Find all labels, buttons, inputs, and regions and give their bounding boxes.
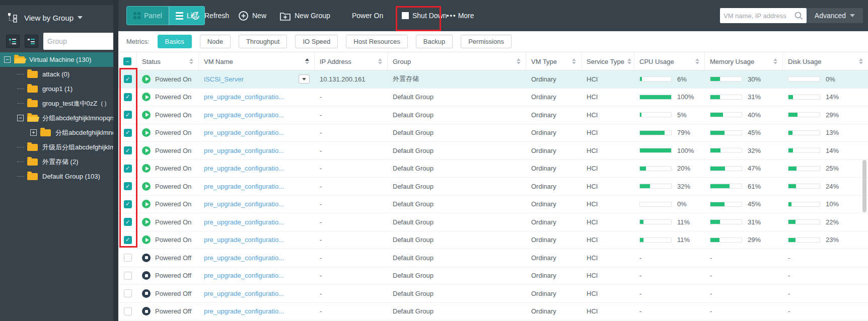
vm-name-link[interactable]: pre_upgrade_configuratio... <box>204 272 284 279</box>
vm-name-link[interactable]: pre_upgrade_configuratio... <box>204 129 284 136</box>
sidebar-scrollbar-track[interactable] <box>113 0 118 321</box>
vm-name-link[interactable]: pre_upgrade_configuratio... <box>204 147 284 154</box>
tree-item[interactable]: −Virtual Machine (130) <box>0 52 113 67</box>
sort-arrows-icon[interactable] <box>514 58 521 64</box>
sort-arrows-icon[interactable] <box>770 58 777 64</box>
vm-name-link[interactable]: pre_upgrade_configuratio... <box>204 183 284 190</box>
column-header-memory-usage[interactable]: Memory Usage <box>705 52 783 70</box>
row-checkbox[interactable]: ✓ <box>124 200 132 208</box>
row-checkbox[interactable] <box>124 272 132 280</box>
shut-down-button[interactable]: Shut Down <box>402 0 447 31</box>
expand-toggle-icon[interactable]: + <box>30 129 37 136</box>
vm-name-link[interactable]: pre_upgrade_configuratio... <box>204 236 284 244</box>
table-row[interactable]: ✓Powered Onpre_upgrade_configuratio...-D… <box>118 213 868 231</box>
tree-item[interactable]: Default Group (103) <box>0 169 113 184</box>
table-row[interactable]: ✓Powered Onpre_upgrade_configuratio...-D… <box>118 142 868 160</box>
panel-view-button[interactable]: Panel <box>127 7 169 25</box>
table-row[interactable]: ✓Powered Onpre_upgrade_configuratio...-D… <box>118 178 868 196</box>
table-row[interactable]: ✓Powered Onpre_upgrade_configuratio...-D… <box>118 89 868 107</box>
row-checkbox[interactable]: ✓ <box>124 75 132 83</box>
metrics-tab-host-resources[interactable]: Host Resources <box>346 35 407 48</box>
tree-item[interactable]: group_test進中0zZ（）【】... <box>0 96 113 111</box>
table-row[interactable]: ✓Powered Onpre_upgrade_configuratio...-D… <box>118 231 868 250</box>
vm-search-input[interactable] <box>724 12 794 20</box>
tree-item[interactable]: 升级后分组abcdefghijklmnop <box>0 140 113 154</box>
table-row[interactable]: Powered Offpre_upgrade_configuratio...-D… <box>118 285 868 303</box>
metrics-tab-io-speed[interactable]: IO Speed <box>295 35 338 48</box>
row-checkbox[interactable]: ✓ <box>124 146 132 154</box>
row-checkbox[interactable]: ✓ <box>124 182 132 190</box>
new-group-button[interactable]: New Group <box>279 0 330 31</box>
row-checkbox[interactable]: ✓ <box>124 129 132 137</box>
row-checkbox[interactable]: ✓ <box>124 218 132 226</box>
sort-arrows-icon[interactable] <box>186 58 193 64</box>
row-checkbox[interactable]: ✓ <box>124 236 132 244</box>
table-row[interactable]: ✓Powered Onpre_upgrade_configuratio...-D… <box>118 160 868 178</box>
column-header-ip-address[interactable]: IP Address <box>315 52 388 70</box>
table-row[interactable]: Powered Offpre_upgrade_configuratio...-D… <box>118 249 868 267</box>
vm-name-link[interactable]: pre_upgrade_configuratio... <box>204 290 284 297</box>
table-row[interactable]: ✓Powered Onpre_upgrade_configuratio...-D… <box>118 106 868 124</box>
advanced-search-button[interactable]: Advanced <box>807 8 863 23</box>
column-header-status[interactable]: Status <box>137 52 199 70</box>
vm-name-link[interactable]: pre_upgrade_configuratio... <box>204 307 284 315</box>
sort-arrows-icon[interactable] <box>856 58 863 64</box>
table-row[interactable]: Powered Offpre_upgrade_configuratio...-D… <box>118 267 868 285</box>
vm-name-link[interactable]: pre_upgrade_configuratio... <box>204 93 284 101</box>
vm-name-link[interactable]: pre_upgrade_configuratio... <box>204 111 284 119</box>
column-header-vm-type[interactable]: VM Type <box>526 52 582 70</box>
search-icon[interactable] <box>794 11 803 20</box>
column-header-cpu-usage[interactable]: CPU Usage <box>634 52 705 70</box>
refresh-button[interactable]: Refresh <box>190 0 229 31</box>
sort-arrows-icon[interactable] <box>692 58 699 64</box>
expand-all-tree-button[interactable] <box>6 35 20 48</box>
column-header-group[interactable]: Group <box>388 52 526 70</box>
row-checkbox[interactable] <box>124 254 132 262</box>
vm-name-link[interactable]: iSCSI_Server <box>204 75 244 83</box>
sort-arrows-icon[interactable] <box>302 58 309 64</box>
table-row[interactable]: ✓Powered Onpre_upgrade_configuratio...-D… <box>118 196 868 214</box>
metrics-tab-throughput[interactable]: Throughput <box>239 35 287 48</box>
metrics-tab-backup[interactable]: Backup <box>416 35 453 48</box>
table-row[interactable]: ✓Powered Onpre_upgrade_configuratio...-D… <box>118 124 868 142</box>
tree-item[interactable]: attack (0) <box>0 67 113 82</box>
select-all-checkbox[interactable]: − <box>123 57 131 65</box>
tree-item[interactable]: −分组abcdefghijklmnopqrstuv <box>0 111 113 125</box>
column-header-vm-name[interactable]: VM Name <box>199 52 315 70</box>
table-scrollbar-thumb[interactable] <box>862 160 866 212</box>
row-checkbox[interactable]: ✓ <box>124 111 132 119</box>
vm-name-link[interactable]: pre_upgrade_configuratio... <box>204 165 284 172</box>
collapse-all-tree-button[interactable] <box>25 35 38 48</box>
sort-arrows-icon[interactable] <box>375 58 382 64</box>
usage-bar-fill <box>788 238 795 242</box>
usage-bar-track <box>639 95 672 100</box>
tree-item[interactable]: 外置存储 (2) <box>0 154 113 169</box>
metrics-tab-node[interactable]: Node <box>200 35 231 48</box>
row-checkbox[interactable] <box>124 307 132 315</box>
collapse-toggle-icon[interactable]: − <box>4 56 11 63</box>
new-vm-button[interactable]: New <box>238 0 266 31</box>
sort-arrows-icon[interactable] <box>624 58 631 64</box>
collapse-toggle-icon[interactable]: − <box>17 115 24 121</box>
tree-item[interactable]: +分组abcdefghijklmnopqr <box>0 125 113 140</box>
column-header-disk-usage[interactable]: Disk Usage <box>783 52 868 70</box>
vm-name-link[interactable]: pre_upgrade_configuratio... <box>204 254 284 262</box>
power-on-button[interactable]: Power On <box>352 0 383 31</box>
vm-actions-dropdown-button[interactable] <box>299 74 310 84</box>
vm-name-link[interactable]: pre_upgrade_configuratio... <box>204 200 284 208</box>
usage-bar-fill <box>640 95 671 99</box>
tree-item[interactable]: group1 (1) <box>0 82 113 96</box>
row-checkbox[interactable]: ✓ <box>124 165 132 173</box>
metrics-tab-permissions[interactable]: Permissions <box>461 35 512 48</box>
table-row[interactable]: ✓Powered OniSCSI_Server10.131.200.161外置存… <box>118 70 868 89</box>
group-cell: 外置存储 <box>388 70 526 88</box>
vm-name-link[interactable]: pre_upgrade_configuratio... <box>204 218 284 226</box>
more-button[interactable]: ••• More <box>447 0 474 31</box>
row-checkbox[interactable] <box>124 289 132 297</box>
table-row[interactable]: Powered Offpre_upgrade_configuratio...-D… <box>118 303 868 321</box>
view-by-group-selector[interactable]: View by Group <box>0 5 113 30</box>
metrics-tab-basics[interactable]: Basics <box>158 35 192 48</box>
column-header-service-type[interactable]: Service Type <box>582 52 634 70</box>
sort-arrows-icon[interactable] <box>569 58 576 64</box>
row-checkbox[interactable]: ✓ <box>124 93 132 101</box>
